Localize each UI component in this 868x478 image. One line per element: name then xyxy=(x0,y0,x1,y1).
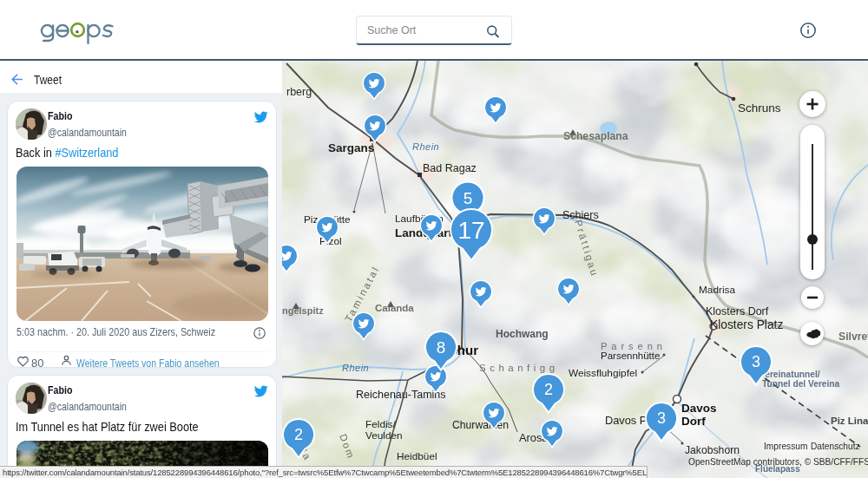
svg-text:Sargans: Sargans xyxy=(328,141,374,154)
svg-text:Jakobshorn: Jakobshorn xyxy=(685,444,740,456)
svg-text:Hochwang: Hochwang xyxy=(496,328,549,340)
svg-text:17: 17 xyxy=(457,217,484,244)
svg-text:Piz Linar: Piz Linar xyxy=(831,416,868,426)
svg-text:Davos: Davos xyxy=(681,402,717,415)
svg-text:Parsennhütte: Parsennhütte xyxy=(601,350,660,361)
svg-text:Schruns: Schruns xyxy=(738,101,781,115)
svg-text:Tunnel del Vereina: Tunnel del Vereina xyxy=(762,379,840,389)
svg-text:Veulden: Veulden xyxy=(365,429,403,442)
svg-text:Heidbüel: Heidbüel xyxy=(397,450,437,462)
svg-text:8: 8 xyxy=(437,338,446,357)
svg-text:Bad Ragaz: Bad Ragaz xyxy=(423,162,477,174)
svg-text:5: 5 xyxy=(464,189,473,207)
svg-text:Datenschutz: Datenschutz xyxy=(811,442,860,451)
svg-text:3: 3 xyxy=(752,353,760,370)
svg-text:Rhein: Rhein xyxy=(342,363,369,373)
svg-text:Calanda: Calanda xyxy=(375,303,414,313)
svg-text:Piz: Piz xyxy=(304,213,318,226)
svg-text:rberg: rberg xyxy=(286,86,312,98)
svg-text:Weissfluhgipfel: Weissfluhgipfel xyxy=(569,367,637,379)
svg-text:Silvret: Silvret xyxy=(838,331,868,343)
svg-text:Reichenau-Tamins: Reichenau-Tamins xyxy=(356,389,446,401)
svg-text:Impressum: Impressum xyxy=(764,442,807,451)
svg-text:Schesaplana: Schesaplana xyxy=(563,130,628,142)
svg-text:Rhein: Rhein xyxy=(412,141,439,152)
svg-text:Schanfigg: Schanfigg xyxy=(479,363,559,373)
svg-text:ngelspitz: ngelspitz xyxy=(282,305,324,316)
svg-text:Klosters Dorf: Klosters Dorf xyxy=(706,305,769,318)
svg-text:Klosters Platz: Klosters Platz xyxy=(710,318,783,331)
svg-text:2: 2 xyxy=(544,381,553,398)
svg-text:Madrisa: Madrisa xyxy=(699,284,735,296)
svg-text:Feldis/: Feldis/ xyxy=(365,418,396,430)
svg-text:2: 2 xyxy=(294,426,303,443)
svg-text:Flüelapass: Flüelapass xyxy=(755,464,800,474)
svg-text:Dorf: Dorf xyxy=(681,415,706,428)
svg-text:Davos Pl: Davos Pl xyxy=(605,414,649,427)
svg-text:3: 3 xyxy=(657,409,666,427)
